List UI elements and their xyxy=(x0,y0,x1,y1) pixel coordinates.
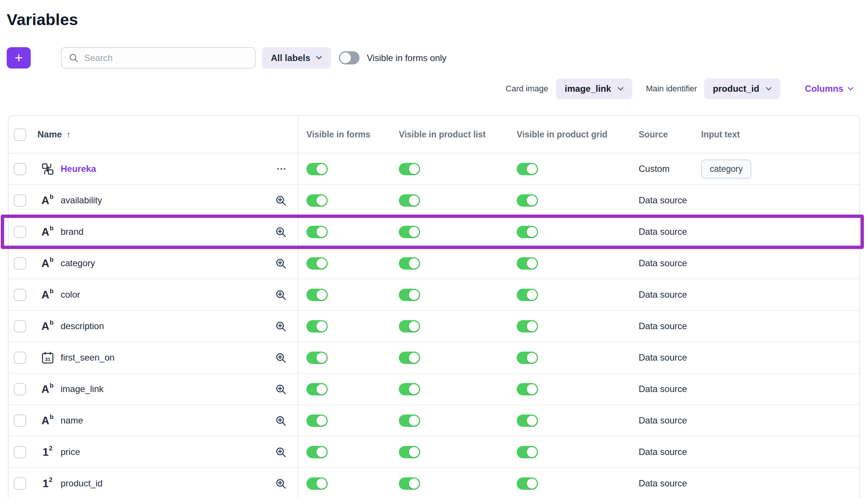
toggle-knob xyxy=(317,227,327,237)
variable-name[interactable]: color xyxy=(61,289,80,300)
text-type-icon: Ab xyxy=(40,383,55,395)
visible-in-forms-toggle[interactable] xyxy=(306,163,328,175)
search-box[interactable] xyxy=(61,47,256,69)
toggle-knob xyxy=(527,447,537,457)
row-checkbox[interactable] xyxy=(14,320,26,332)
visible-in-product-list-toggle[interactable] xyxy=(399,194,420,207)
input-text-chip[interactable]: category xyxy=(701,160,751,179)
row-checkbox[interactable] xyxy=(14,477,26,490)
visible-in-forms-toggle[interactable] xyxy=(306,194,328,207)
row-checkbox[interactable] xyxy=(14,352,26,364)
variable-name[interactable]: product_id xyxy=(61,478,103,489)
integration-icon xyxy=(40,163,55,176)
variable-name[interactable]: Heureka xyxy=(61,164,96,174)
visible-in-product-grid-toggle[interactable] xyxy=(517,415,538,427)
date-type-icon: 31 xyxy=(40,351,55,364)
text-type-icon: Ab xyxy=(40,415,55,427)
zoom-in-button[interactable] xyxy=(275,289,287,301)
zoom-in-button[interactable] xyxy=(275,383,287,395)
table-row: Ab 31 12 image_link xyxy=(9,374,859,405)
visible-in-forms-toggle[interactable] xyxy=(306,477,328,490)
visible-in-forms-toggle[interactable] xyxy=(306,383,328,395)
variable-name[interactable]: description xyxy=(61,321,104,331)
visible-in-forms-only-label: Visible in forms only xyxy=(367,53,446,63)
visible-in-product-grid-toggle[interactable] xyxy=(517,477,538,490)
zoom-in-button[interactable] xyxy=(275,446,287,458)
source-value: Data source xyxy=(639,289,687,300)
table-row: Ab 31 12 availability xyxy=(9,185,859,216)
variable-name[interactable]: category xyxy=(61,258,95,268)
visible-in-product-grid-toggle[interactable] xyxy=(517,352,538,364)
visible-in-forms-toggle[interactable] xyxy=(306,289,328,301)
more-button[interactable] xyxy=(276,164,287,174)
zoom-in-button[interactable] xyxy=(275,415,287,426)
number-type-icon: 12 xyxy=(40,477,55,490)
variable-name[interactable]: name xyxy=(61,415,83,426)
variable-name[interactable]: price xyxy=(61,447,80,457)
variable-name[interactable]: first_seen_on xyxy=(61,352,114,363)
number-type-icon: 12 xyxy=(40,446,55,458)
visible-in-forms-toggle[interactable] xyxy=(306,352,328,364)
visible-in-forms-only-toggle[interactable] xyxy=(339,51,360,64)
visible-in-product-list-toggle[interactable] xyxy=(399,446,420,458)
visible-in-forms-toggle[interactable] xyxy=(306,226,328,238)
row-checkbox[interactable] xyxy=(14,415,26,427)
visible-in-product-grid-toggle[interactable] xyxy=(517,383,538,395)
zoom-in-button[interactable] xyxy=(275,321,287,332)
visible-in-product-list-toggle[interactable] xyxy=(399,383,420,395)
row-checkbox[interactable] xyxy=(14,257,26,270)
variable-name[interactable]: brand xyxy=(61,227,83,237)
visible-in-product-list-toggle[interactable] xyxy=(399,352,420,364)
zoom-in-button[interactable] xyxy=(275,195,287,206)
visible-in-forms-toggle[interactable] xyxy=(306,446,328,458)
visible-in-product-list-toggle[interactable] xyxy=(399,163,420,175)
zoom-in-icon xyxy=(275,289,287,301)
toggle-knob xyxy=(527,258,537,268)
text-type-icon: Ab xyxy=(40,289,55,301)
visible-in-product-grid-toggle[interactable] xyxy=(517,163,538,175)
zoom-in-icon xyxy=(275,321,287,332)
row-checkbox[interactable] xyxy=(14,226,26,238)
visible-in-product-list-toggle[interactable] xyxy=(399,226,420,238)
column-header-name[interactable]: Name ↑ xyxy=(37,129,71,140)
labels-filter-dropdown[interactable]: All labels xyxy=(262,47,331,69)
columns-button[interactable]: Columns xyxy=(805,83,854,94)
visible-in-forms-toggle[interactable] xyxy=(306,257,328,270)
row-checkbox[interactable] xyxy=(14,383,26,395)
card-image-label: Card image xyxy=(506,84,548,94)
row-checkbox[interactable] xyxy=(14,194,26,207)
visible-in-product-grid-toggle[interactable] xyxy=(517,289,538,301)
toggle-knob xyxy=(527,416,537,426)
chevron-down-icon xyxy=(316,56,322,60)
select-all-checkbox[interactable] xyxy=(14,128,26,141)
toggle-knob xyxy=(317,290,327,300)
row-checkbox[interactable] xyxy=(14,289,26,301)
visible-in-product-list-toggle[interactable] xyxy=(399,477,420,490)
visible-in-forms-toggle[interactable] xyxy=(306,320,328,332)
toggle-knob xyxy=(317,353,327,363)
variable-name[interactable]: availability xyxy=(61,195,102,206)
visible-in-product-grid-toggle[interactable] xyxy=(517,257,538,270)
variable-name[interactable]: image_link xyxy=(61,384,104,394)
add-variable-button[interactable]: + xyxy=(7,47,31,69)
main-identifier-dropdown[interactable]: product_id xyxy=(704,78,780,99)
row-checkbox[interactable] xyxy=(14,446,26,458)
card-image-dropdown[interactable]: image_link xyxy=(556,78,632,99)
visible-in-product-list-toggle[interactable] xyxy=(399,320,420,332)
zoom-in-button[interactable] xyxy=(275,478,287,489)
row-checkbox[interactable] xyxy=(14,163,26,175)
zoom-in-button[interactable] xyxy=(275,352,287,364)
toggle-knob xyxy=(317,416,327,426)
visible-in-product-grid-toggle[interactable] xyxy=(517,446,538,458)
visible-in-forms-toggle[interactable] xyxy=(306,415,328,427)
visible-in-product-list-toggle[interactable] xyxy=(399,257,420,270)
toggle-knob xyxy=(317,447,327,457)
visible-in-product-grid-toggle[interactable] xyxy=(517,194,538,207)
visible-in-product-list-toggle[interactable] xyxy=(399,289,420,301)
zoom-in-button[interactable] xyxy=(275,226,287,238)
visible-in-product-list-toggle[interactable] xyxy=(399,415,420,427)
visible-in-product-grid-toggle[interactable] xyxy=(517,320,538,332)
zoom-in-button[interactable] xyxy=(275,258,287,269)
visible-in-product-grid-toggle[interactable] xyxy=(517,226,538,238)
search-input[interactable] xyxy=(83,52,242,64)
